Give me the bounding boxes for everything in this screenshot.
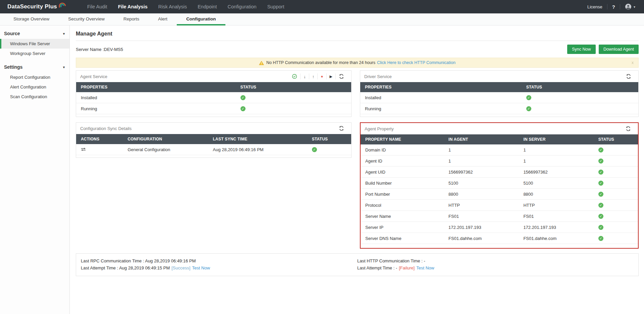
rpc-test-now-link[interactable]: Test Now <box>192 265 210 270</box>
brand-logo[interactable]: DataSecurity Plus <box>0 3 66 10</box>
status-ok-icon: ✓ <box>598 236 603 241</box>
refresh-icon[interactable] <box>336 125 347 131</box>
start-service-icon[interactable]: ▶ <box>326 73 335 79</box>
chevron-down-icon: ▾ <box>63 32 65 36</box>
status-ok-icon: ✓ <box>240 106 246 111</box>
rpc-communication-block: Last RPC Communication Time : Aug 28,201… <box>81 257 357 271</box>
http-warning-banner: No HTTP Communication available for more… <box>76 58 639 68</box>
table-row: Installed ✓ <box>360 92 638 103</box>
agent-service-toolbar: ↓ ↑ ● ▶ <box>289 73 347 79</box>
table-row: Build Number51005100 ✓ <box>361 178 638 189</box>
tab-reports[interactable]: Reports <box>114 13 149 25</box>
panel-title: Configuration Sync Details <box>80 126 131 131</box>
table-row: Server DNS NameFS01.dahhe.comFS01.dahhe.… <box>361 233 638 244</box>
table-row: Domain ID11 ✓ <box>361 144 638 155</box>
table-row: Agent UID15669973621566997362 ✓ <box>361 167 638 178</box>
user-avatar-icon <box>625 3 632 10</box>
rpc-attempt-text: Last Attempt Time : Aug 28,2019 06:49:15… <box>81 265 170 270</box>
table-row: Running ✓ <box>360 103 638 114</box>
nav-item-file-audit[interactable]: File Audit <box>82 0 113 13</box>
banner-close-icon[interactable]: x <box>632 60 634 65</box>
http-communication-block: Last HTTP Communication Time : - Last At… <box>357 257 634 271</box>
download-agent-button[interactable]: Download Agent <box>599 45 639 54</box>
panel-title: Agent Service <box>80 74 107 79</box>
table-row: General Configuration Aug 28,2019 06:49:… <box>76 144 351 155</box>
brand-text: DataSecurity Plus <box>7 3 57 10</box>
server-name-label: Server Name :DEV-MS5 <box>76 47 123 52</box>
app-root: DataSecurity Plus File Audit File Analys… <box>0 0 644 314</box>
status-ok-icon: ✓ <box>598 203 603 208</box>
tab-alert[interactable]: Alert <box>149 13 177 25</box>
sidebar: Source ▾ Windows File Server Workgroup S… <box>0 25 70 314</box>
chevron-down-icon: ▾ <box>63 65 65 69</box>
banner-link[interactable]: Click Here to check HTTP Communication <box>377 60 455 65</box>
http-test-now-link[interactable]: Test Now <box>416 265 434 270</box>
rpc-last-attempt: Last Attempt Time : Aug 28,2019 06:49:15… <box>81 264 357 271</box>
status-ok-icon: ✓ <box>598 159 603 164</box>
header-actions: Sync Now Download Agent <box>566 45 639 54</box>
rpc-status-badge: [Success] <box>171 265 190 270</box>
main-content: Manage Agent Server Name :DEV-MS5 Sync N… <box>70 25 644 314</box>
nav-item-endpoint[interactable]: Endpoint <box>192 0 222 13</box>
http-attempt-text: Last Attempt Time : - <box>357 265 397 270</box>
tab-storage-overview[interactable]: Storage Overview <box>4 13 59 25</box>
http-last-attempt: Last Attempt Time : -[Failure]Test Now <box>357 264 634 271</box>
sidebar-item-alert-configuration[interactable]: Alert Configuration <box>0 82 69 92</box>
install-agent-icon[interactable]: ↓ <box>300 73 309 79</box>
uninstall-agent-icon[interactable]: ↑ <box>309 73 318 79</box>
status-ok-icon: ✓ <box>526 106 531 111</box>
table-header-row: ACTIONS CONFIGURATION LAST SYNC TIME STA… <box>76 134 351 144</box>
sync-now-button[interactable]: Sync Now <box>567 45 595 54</box>
table-row: Server NameFS01FS01 ✓ <box>361 211 638 222</box>
refresh-icon[interactable] <box>623 73 634 79</box>
refresh-icon[interactable] <box>335 73 347 79</box>
tab-configuration[interactable]: Configuration <box>177 13 225 25</box>
help-icon[interactable]: ? <box>612 4 615 10</box>
tab-security-overview[interactable]: Security Overview <box>59 13 114 25</box>
nav-item-support[interactable]: Support <box>262 0 290 13</box>
secondary-nav: Storage Overview Security Overview Repor… <box>0 13 644 25</box>
banner-text: No HTTP Communication available for more… <box>266 60 375 65</box>
status-ok-icon: ✓ <box>526 95 531 100</box>
driver-service-panel: Driver Service PROPERTIES STATUS Install… <box>360 70 639 117</box>
nav-item-file-analysis[interactable]: File Analysis <box>113 0 153 13</box>
status-ok-icon: ✓ <box>312 147 317 152</box>
config-sync-panel: Configuration Sync Details ACTIONS CONFI… <box>76 122 352 158</box>
sync-action-icon[interactable] <box>81 147 86 152</box>
rpc-last-communication: Last RPC Communication Time : Aug 28,201… <box>81 257 357 264</box>
divider <box>620 4 620 9</box>
sidebar-section-title: Source <box>4 31 20 36</box>
user-avatar[interactable]: ▾ <box>625 3 635 10</box>
primary-nav: File Audit File Analysis Risk Analysis E… <box>82 0 290 13</box>
http-last-communication: Last HTTP Communication Time : - <box>357 257 634 264</box>
sidebar-item-windows-file-server[interactable]: Windows File Server <box>0 39 69 49</box>
sidebar-section-source-header[interactable]: Source ▾ <box>0 27 69 39</box>
server-row: Server Name :DEV-MS5 Sync Now Download A… <box>76 41 639 57</box>
warning-icon <box>259 61 264 65</box>
user-menu-caret-icon: ▾ <box>634 5 635 9</box>
refresh-icon[interactable] <box>623 126 634 132</box>
status-ok-icon: ✓ <box>598 170 603 175</box>
status-ok-icon: ✓ <box>598 192 603 197</box>
sidebar-section-settings-header[interactable]: Settings ▾ <box>0 60 69 72</box>
table-row: ProtocolHTTPHTTP ✓ <box>361 200 638 211</box>
table-header-row: PROPERTIES STATUS <box>76 82 351 92</box>
stop-service-icon[interactable]: ● <box>317 73 326 79</box>
table-row: Agent ID11 ✓ <box>361 155 638 167</box>
status-ok-icon: ✓ <box>598 147 603 152</box>
status-ok-icon: ✓ <box>598 214 603 219</box>
status-ok-icon: ✓ <box>598 181 603 186</box>
http-status-badge: [Failure] <box>399 265 415 270</box>
panel-title: Driver Service <box>364 74 392 79</box>
table-row: Port Number88008800 ✓ <box>361 189 638 200</box>
sidebar-item-workgroup-server[interactable]: Workgroup Server <box>0 49 69 58</box>
sidebar-item-report-configuration[interactable]: Report Configuration <box>0 72 69 82</box>
table-row: Server IP172.201.197.193172.201.197.193 … <box>361 222 638 233</box>
service-status-ok-icon[interactable] <box>289 73 300 79</box>
license-link[interactable]: License <box>587 4 602 9</box>
brand-swoosh-icon <box>58 1 66 10</box>
nav-item-risk-analysis[interactable]: Risk Analysis <box>153 0 192 13</box>
sidebar-item-scan-configuration[interactable]: Scan Configuration <box>0 92 69 102</box>
panel-title: Agent Property <box>365 126 394 131</box>
nav-item-configuration[interactable]: Configuration <box>222 0 262 13</box>
